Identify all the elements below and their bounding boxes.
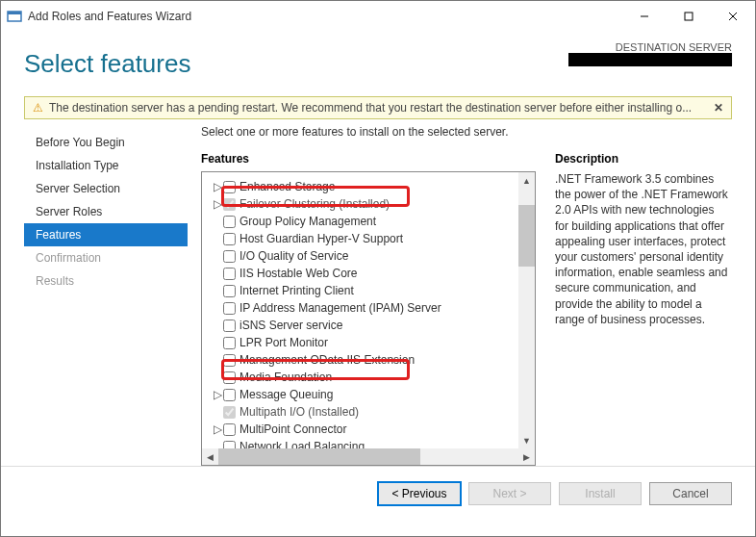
feature-item[interactable]: ▷Failover Clustering (Installed) [212, 195, 531, 213]
feature-checkbox[interactable] [223, 320, 236, 332]
feature-label: Enhanced Storage [239, 180, 335, 193]
feature-item[interactable]: Multipath I/O (Installed) [212, 403, 531, 421]
warning-close-button[interactable]: ✕ [714, 101, 723, 115]
svg-rect-3 [685, 13, 693, 20]
feature-checkbox[interactable] [223, 337, 236, 349]
destination-label: DESTINATION SERVER [568, 41, 732, 53]
feature-checkbox[interactable] [223, 423, 236, 436]
nav-item: Results [24, 269, 188, 293]
feature-item[interactable]: LPR Port Monitor [212, 334, 531, 351]
scroll-right-arrow[interactable]: ▶ [518, 448, 535, 465]
minimize-button[interactable] [622, 1, 667, 32]
app-icon [7, 9, 22, 24]
feature-item[interactable]: Management OData IIS Extension [212, 351, 531, 369]
description-label: Description [555, 152, 732, 166]
feature-checkbox[interactable] [223, 354, 236, 367]
scroll-up-arrow[interactable]: ▲ [518, 172, 535, 189]
description-text: .NET Framework 3.5 combines the power of… [555, 171, 732, 327]
warning-text: The destination server has a pending res… [49, 101, 692, 115]
feature-label: LPR Port Monitor [239, 336, 328, 349]
features-list[interactable]: ▷Enhanced Storage▷Failover Clustering (I… [202, 172, 535, 465]
nav-item[interactable]: Server Roles [24, 200, 188, 223]
nav-item[interactable]: Before You Begin [24, 131, 188, 154]
previous-button[interactable]: < Previous [378, 482, 461, 505]
feature-item[interactable]: ▷Message Queuing [212, 386, 531, 403]
feature-item[interactable]: IIS Hostable Web Core [212, 265, 531, 282]
feature-item[interactable]: Media Foundation [212, 369, 531, 386]
expander-icon[interactable]: ▷ [212, 422, 223, 436]
feature-item[interactable]: Group Policy Management [212, 213, 531, 230]
titlebar: Add Roles and Features Wizard [1, 1, 755, 32]
feature-label: Management OData IIS Extension [239, 353, 415, 367]
feature-label: I/O Quality of Service [239, 249, 348, 263]
expander-icon[interactable]: ▷ [212, 388, 223, 401]
feature-label: Message Queuing [239, 388, 333, 401]
feature-item[interactable]: ▷MultiPoint Connector [212, 421, 531, 438]
nav-item: Confirmation [24, 246, 188, 269]
feature-checkbox[interactable] [223, 406, 236, 419]
maximize-button[interactable] [667, 1, 711, 32]
feature-label: Media Foundation [239, 371, 332, 384]
warning-icon: ⚠ [33, 101, 43, 115]
feature-label: IP Address Management (IPAM) Server [239, 301, 441, 315]
feature-checkbox[interactable] [223, 371, 236, 384]
feature-checkbox[interactable] [223, 389, 236, 401]
feature-item[interactable]: I/O Quality of Service [212, 247, 531, 265]
feature-checkbox[interactable] [223, 285, 236, 297]
features-listbox: ▷Enhanced Storage▷Failover Clustering (I… [201, 171, 536, 466]
destination-value: ████████████ [568, 53, 732, 66]
window-title: Add Roles and Features Wizard [28, 10, 622, 23]
nav-item[interactable]: Installation Type [24, 154, 188, 177]
feature-label: Group Policy Management [239, 215, 376, 228]
feature-label: IIS Hostable Web Core [239, 267, 358, 280]
expander-icon[interactable]: ▷ [212, 180, 223, 193]
feature-checkbox[interactable] [223, 233, 236, 245]
scroll-thumb[interactable] [518, 205, 535, 267]
instruction-text: Select one or more features to install o… [201, 125, 732, 139]
feature-checkbox[interactable] [223, 198, 236, 211]
page-header: Select features DESTINATION SERVER █████… [1, 32, 755, 81]
feature-checkbox[interactable] [223, 216, 236, 228]
nav-item[interactable]: Server Selection [24, 177, 188, 200]
install-button[interactable]: Install [559, 482, 642, 505]
feature-label: Failover Clustering (Installed) [239, 197, 390, 211]
window-buttons [622, 1, 755, 32]
destination-block: DESTINATION SERVER ████████████ [568, 41, 732, 66]
feature-item[interactable]: IP Address Management (IPAM) Server [212, 299, 531, 317]
feature-item[interactable]: ▷Enhanced Storage [212, 178, 531, 195]
svg-rect-1 [8, 12, 21, 14]
feature-label: Internet Printing Client [239, 284, 354, 297]
scroll-left-arrow[interactable]: ◀ [202, 448, 218, 465]
warning-bar: ⚠ The destination server has a pending r… [24, 96, 732, 119]
page-heading: Select features [24, 49, 190, 79]
feature-label: iSNS Server service [239, 319, 342, 332]
expander-icon[interactable]: ▷ [212, 197, 223, 211]
feature-checkbox[interactable] [223, 302, 236, 315]
vertical-scrollbar[interactable]: ▲ ▼ [518, 172, 535, 448]
feature-item[interactable]: iSNS Server service [212, 317, 531, 334]
scroll-down-arrow[interactable]: ▼ [518, 432, 535, 448]
button-row: < Previous Next > Install Cancel [1, 466, 755, 505]
wizard-nav: Before You BeginInstallation TypeServer … [24, 123, 188, 466]
features-label: Features [201, 152, 536, 166]
horizontal-scrollbar[interactable]: ◀ ▶ [202, 448, 535, 465]
feature-item[interactable]: Host Guardian Hyper-V Support [212, 230, 531, 247]
cancel-button[interactable]: Cancel [649, 482, 732, 505]
feature-label: Host Guardian Hyper-V Support [239, 232, 403, 245]
feature-checkbox[interactable] [223, 181, 236, 193]
next-button[interactable]: Next > [468, 482, 551, 505]
feature-label: MultiPoint Connector [239, 422, 346, 436]
nav-item[interactable]: Features [24, 223, 188, 246]
feature-checkbox[interactable] [223, 268, 236, 280]
feature-item[interactable]: Internet Printing Client [212, 282, 531, 299]
feature-label: Multipath I/O (Installed) [239, 405, 359, 419]
close-button[interactable] [711, 1, 755, 32]
scroll-thumb[interactable] [218, 448, 420, 465]
feature-checkbox[interactable] [223, 250, 236, 263]
